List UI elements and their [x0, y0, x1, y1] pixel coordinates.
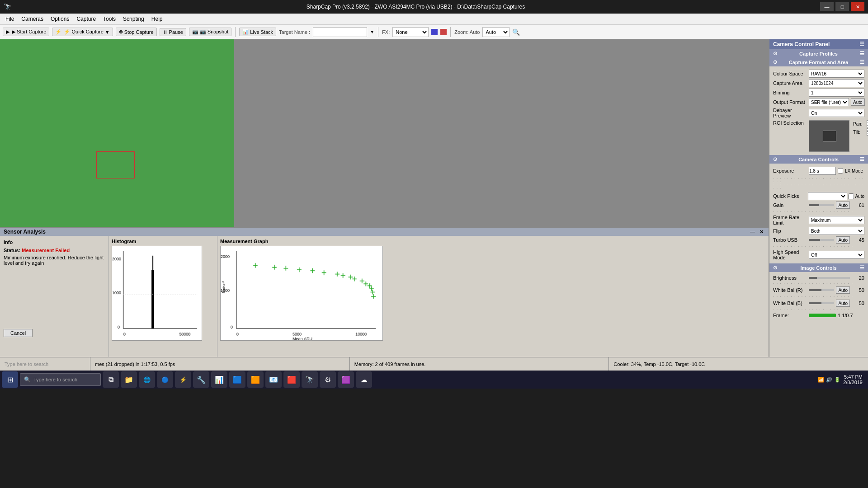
sensor-title-controls: — ✕	[749, 229, 765, 235]
network-icon[interactable]: 📶	[818, 377, 824, 383]
sensor-close-icon[interactable]: ✕	[758, 229, 765, 235]
target-name-input[interactable]	[313, 27, 367, 37]
browser-icon-2[interactable]: 🔵	[157, 371, 173, 388]
menu-help[interactable]: Help	[148, 15, 166, 23]
white-bal-b-auto-button[interactable]: Auto	[836, 300, 850, 307]
cancel-button[interactable]: Cancel	[4, 329, 33, 337]
menu-options[interactable]: Options	[47, 15, 73, 23]
flip-select[interactable]: Both	[809, 227, 864, 235]
app-icon-7[interactable]: 🔭	[302, 371, 318, 388]
snapshot-button[interactable]: 📷 📷 Snapshot	[189, 28, 232, 36]
app-icon-2[interactable]: 📊	[211, 371, 227, 388]
app-icon-10[interactable]: ☁	[356, 371, 372, 388]
menu-file[interactable]: File	[2, 15, 18, 23]
maximize-button[interactable]: □	[835, 2, 849, 11]
status-detail: Minimum exposure reached. Reduce the lig…	[4, 255, 105, 266]
camera-control-title: Camera Control Panel	[773, 41, 830, 47]
quick-capture-dropdown-icon[interactable]: ▼	[105, 29, 110, 35]
roi-controls: Pan: Tilt:	[853, 120, 868, 136]
quick-picks-auto-checkbox[interactable]	[848, 193, 854, 199]
app-icon-8[interactable]: ⚙	[320, 371, 336, 388]
pause-button[interactable]: ⏸ Pause	[160, 28, 186, 36]
turbo-usb-auto-button[interactable]: Auto	[836, 236, 850, 244]
menu-scripting[interactable]: Scripting	[119, 15, 148, 23]
exposure-row: Exposure LX Mode	[773, 167, 864, 175]
app-icon-6[interactable]: 🟥	[283, 371, 300, 388]
output-format-select[interactable]: SER file (*.ser)	[809, 98, 849, 106]
white-bal-b-slider[interactable]	[809, 302, 834, 304]
capture-profiles-menu-icon[interactable]: ☰	[860, 51, 864, 56]
camera-control-menu-icon[interactable]: ☰	[859, 41, 864, 47]
menu-tools[interactable]: Tools	[99, 15, 119, 23]
close-button[interactable]: ✕	[851, 2, 864, 11]
capture-format-menu-icon[interactable]: ☰	[860, 59, 864, 65]
zoom-select[interactable]: Auto	[482, 27, 509, 37]
zoom-label: Zoom: Auto	[454, 29, 480, 35]
white-bal-b-fill	[809, 302, 821, 304]
high-speed-select[interactable]: Off	[809, 251, 864, 259]
output-auto-button[interactable]: Auto	[851, 99, 865, 106]
white-bal-b-row: White Bal (B) Auto 50	[773, 300, 864, 307]
task-view-button[interactable]: ⧉	[103, 371, 119, 388]
app-icon-1[interactable]: 🔧	[193, 371, 209, 388]
app-icon-3[interactable]: 🟦	[229, 371, 245, 388]
frame-rate-select[interactable]: Maximum	[809, 216, 864, 224]
brightness-slider[interactable]	[809, 277, 850, 279]
stop-capture-button[interactable]: ⊗ Stop Capture	[116, 28, 157, 36]
flip-row: Flip Both	[773, 227, 864, 235]
preview-left[interactable]	[0, 39, 235, 227]
browser-icon-1[interactable]: 🌐	[139, 371, 155, 388]
colour-space-select[interactable]: RAW16	[809, 70, 864, 78]
menu-cameras[interactable]: Cameras	[18, 15, 47, 23]
gain-slider[interactable]	[809, 204, 834, 206]
system-tray: 📶 🔊 🔋	[818, 377, 840, 383]
white-bal-r-auto-button[interactable]: Auto	[836, 286, 850, 294]
app-icon-5[interactable]: 📧	[265, 371, 282, 388]
preview-right[interactable]	[235, 39, 769, 227]
image-controls-menu-icon[interactable]: ☰	[860, 265, 864, 271]
exposure-input[interactable]	[809, 167, 836, 175]
turbo-usb-slider[interactable]	[809, 239, 834, 241]
search-placeholder-text: Type here to search	[5, 361, 48, 367]
clock-display[interactable]: 5:47 PM 2/8/2019	[843, 374, 863, 385]
chevron-down-icon-3: ⊙	[773, 156, 777, 162]
roi-tilt-row: Tilt:	[853, 128, 868, 136]
quick-capture-button[interactable]: ⚡ ⚡ Quick Capture ▼	[52, 28, 113, 36]
taskbar-search-input[interactable]	[33, 377, 97, 382]
camera-controls-menu-icon[interactable]: ☰	[860, 156, 864, 162]
quick-picks-row: Quick Picks Auto	[773, 192, 864, 200]
taskbar-right: 📶 🔊 🔋 5:47 PM 2/8/2019	[818, 374, 866, 385]
capture-area-select[interactable]: 1280x1024	[809, 79, 864, 87]
quick-picks-label: Quick Picks	[773, 193, 807, 199]
sensor-minimize-icon[interactable]: —	[749, 229, 756, 235]
binning-select[interactable]: 1	[809, 89, 864, 97]
capture-format-header[interactable]: ⊙ Capture Format and Area ☰	[769, 58, 868, 66]
menu-capture[interactable]: Capture	[73, 15, 99, 23]
turbo-usb-label: Turbo USB	[773, 237, 807, 243]
zoom-icon[interactable]: 🔍	[512, 28, 520, 36]
cooler-info-segment: Cooler: 34%, Temp -10.0C, Target -10.0C	[609, 357, 868, 371]
volume-icon[interactable]: 🔊	[826, 377, 832, 383]
battery-icon[interactable]: 🔋	[834, 377, 840, 383]
debayer-select[interactable]: On	[809, 109, 864, 117]
target-dropdown-icon[interactable]: ▼	[370, 29, 374, 34]
minimize-button[interactable]: —	[820, 2, 834, 11]
brightness-label: Brightness	[773, 275, 807, 281]
start-capture-button[interactable]: ▶ ▶ Start Capture	[3, 28, 49, 36]
camera-controls-header[interactable]: ⊙ Camera Controls ☰	[769, 155, 868, 164]
image-controls-header[interactable]: ⊙ Image Controls ☰	[769, 263, 868, 272]
file-explorer-button[interactable]: 📁	[121, 371, 137, 388]
browser-icon-3[interactable]: ⚡	[175, 371, 191, 388]
roi-inner-rect	[823, 131, 836, 142]
lx-mode-checkbox[interactable]	[838, 168, 843, 174]
white-bal-r-slider[interactable]	[809, 289, 834, 291]
taskbar-search[interactable]: 🔍	[20, 373, 101, 386]
quick-picks-select[interactable]	[808, 192, 847, 200]
app-icon-9[interactable]: 🟪	[338, 371, 354, 388]
capture-profiles-header[interactable]: ⊙ Capture Profiles ☰	[769, 49, 868, 58]
live-stack-button[interactable]: 📊 Live Stack	[239, 28, 276, 36]
fx-select[interactable]: None	[392, 27, 429, 37]
start-menu-button[interactable]: ⊞	[2, 371, 18, 388]
app-icon-4[interactable]: 🟧	[247, 371, 264, 388]
gain-auto-button[interactable]: Auto	[836, 202, 850, 209]
